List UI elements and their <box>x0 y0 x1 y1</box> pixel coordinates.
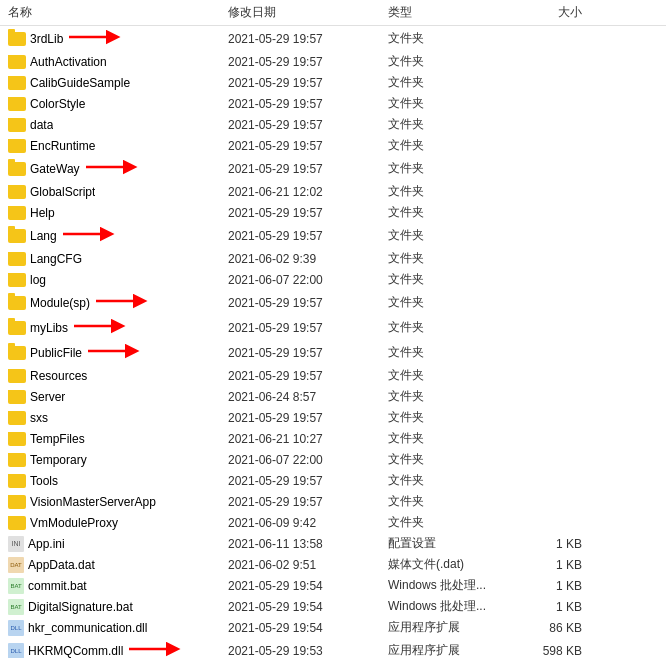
col-header-name[interactable]: 名称 <box>8 4 228 21</box>
cell-type: 文件夹 <box>388 319 518 336</box>
table-row[interactable]: AuthActivation2021-05-29 19:57文件夹 <box>0 51 666 72</box>
file-name-text: sxs <box>30 411 48 425</box>
col-header-size[interactable]: 大小 <box>518 4 598 21</box>
folder-icon <box>8 97 26 111</box>
cell-name: myLibs <box>8 317 228 338</box>
table-row[interactable]: CalibGuideSample2021-05-29 19:57文件夹 <box>0 72 666 93</box>
cell-name: Server <box>8 390 228 404</box>
column-headers: 名称 修改日期 类型 大小 <box>0 0 666 26</box>
folder-icon <box>8 139 26 153</box>
cell-type: 文件夹 <box>388 388 518 405</box>
table-row[interactable]: Lang 2021-05-29 19:57文件夹 <box>0 223 666 248</box>
cell-date: 2021-05-29 19:54 <box>228 600 388 614</box>
table-row[interactable]: Server2021-06-24 8:57文件夹 <box>0 386 666 407</box>
table-row[interactable]: TempFiles2021-06-21 10:27文件夹 <box>0 428 666 449</box>
file-list[interactable]: 3rdLib 2021-05-29 19:57文件夹AuthActivation… <box>0 26 666 658</box>
folder-icon <box>8 76 26 90</box>
cell-type: 文件夹 <box>388 30 518 47</box>
file-name-text: GateWay <box>30 162 80 176</box>
col-header-date[interactable]: 修改日期 <box>228 4 388 21</box>
table-row[interactable]: INIApp.ini2021-06-11 13:58配置设置1 KB <box>0 533 666 554</box>
cell-name: Module(sp) <box>8 292 228 313</box>
table-row[interactable]: Temporary2021-06-07 22:00文件夹 <box>0 449 666 470</box>
arrow-svg <box>86 158 141 176</box>
cell-date: 2021-06-11 13:58 <box>228 537 388 551</box>
cell-size: 86 KB <box>518 621 598 635</box>
table-row[interactable]: Resources2021-05-29 19:57文件夹 <box>0 365 666 386</box>
red-arrow-icon <box>74 317 129 338</box>
red-arrow-icon <box>96 292 151 313</box>
table-row[interactable]: data2021-05-29 19:57文件夹 <box>0 114 666 135</box>
file-name-text: EncRuntime <box>30 139 95 153</box>
cell-type: 文件夹 <box>388 74 518 91</box>
cell-type: 文件夹 <box>388 344 518 361</box>
folder-icon <box>8 453 26 467</box>
cell-date: 2021-05-29 19:57 <box>228 229 388 243</box>
file-name-text: commit.bat <box>28 579 87 593</box>
table-row[interactable]: sxs2021-05-29 19:57文件夹 <box>0 407 666 428</box>
cell-type: 文件夹 <box>388 430 518 447</box>
table-row[interactable]: Module(sp) 2021-05-29 19:57文件夹 <box>0 290 666 315</box>
cell-type: 文件夹 <box>388 451 518 468</box>
cell-size: 1 KB <box>518 558 598 572</box>
table-row[interactable]: EncRuntime2021-05-29 19:57文件夹 <box>0 135 666 156</box>
folder-icon <box>8 432 26 446</box>
cell-type: 应用程序扩展 <box>388 619 518 636</box>
cell-size: 1 KB <box>518 600 598 614</box>
cell-type: 文件夹 <box>388 53 518 70</box>
folder-icon <box>8 495 26 509</box>
red-arrow-icon <box>86 158 141 179</box>
cell-date: 2021-06-21 10:27 <box>228 432 388 446</box>
file-name-text: Server <box>30 390 65 404</box>
dll-icon: DLL <box>8 620 24 636</box>
dll-icon: DLL <box>8 643 24 659</box>
col-header-type[interactable]: 类型 <box>388 4 518 21</box>
file-name-text: AppData.dat <box>28 558 95 572</box>
table-row[interactable]: ColorStyle2021-05-29 19:57文件夹 <box>0 93 666 114</box>
table-row[interactable]: myLibs 2021-05-29 19:57文件夹 <box>0 315 666 340</box>
cell-date: 2021-05-29 19:57 <box>228 411 388 425</box>
cell-name: GateWay <box>8 158 228 179</box>
file-name-text: CalibGuideSample <box>30 76 130 90</box>
cell-date: 2021-05-29 19:57 <box>228 369 388 383</box>
arrow-svg <box>74 317 129 335</box>
table-row[interactable]: Help2021-05-29 19:57文件夹 <box>0 202 666 223</box>
table-row[interactable]: GlobalScript2021-06-21 12:02文件夹 <box>0 181 666 202</box>
file-name-text: GlobalScript <box>30 185 95 199</box>
table-row[interactable]: GateWay 2021-05-29 19:57文件夹 <box>0 156 666 181</box>
table-row[interactable]: VmModuleProxy2021-06-09 9:42文件夹 <box>0 512 666 533</box>
cell-type: 文件夹 <box>388 137 518 154</box>
file-name-text: DigitalSignature.bat <box>28 600 133 614</box>
red-arrow-icon <box>88 342 143 363</box>
folder-icon <box>8 118 26 132</box>
table-row[interactable]: Tools2021-05-29 19:57文件夹 <box>0 470 666 491</box>
folder-icon <box>8 229 26 243</box>
cell-type: 文件夹 <box>388 95 518 112</box>
table-row[interactable]: BATDigitalSignature.bat2021-05-29 19:54W… <box>0 596 666 617</box>
file-icon: INI <box>8 536 24 552</box>
cell-type: 文件夹 <box>388 183 518 200</box>
table-row[interactable]: PublicFile 2021-05-29 19:57文件夹 <box>0 340 666 365</box>
table-row[interactable]: log2021-06-07 22:00文件夹 <box>0 269 666 290</box>
folder-icon <box>8 474 26 488</box>
table-row[interactable]: LangCFG2021-06-02 9:39文件夹 <box>0 248 666 269</box>
cell-name: EncRuntime <box>8 139 228 153</box>
cell-name: log <box>8 273 228 287</box>
table-row[interactable]: BATcommit.bat2021-05-29 19:54Windows 批处理… <box>0 575 666 596</box>
file-name-text: Help <box>30 206 55 220</box>
cell-type: 文件夹 <box>388 367 518 384</box>
cell-type: 文件夹 <box>388 493 518 510</box>
file-name-text: Temporary <box>30 453 87 467</box>
table-row[interactable]: DLLHKRMQComm.dll 2021-05-29 19:53应用程序扩展5… <box>0 638 666 658</box>
cell-date: 2021-06-02 9:39 <box>228 252 388 266</box>
folder-icon <box>8 390 26 404</box>
cell-date: 2021-05-29 19:54 <box>228 579 388 593</box>
table-row[interactable]: DLLhkr_communication.dll2021-05-29 19:54… <box>0 617 666 638</box>
file-name-text: ColorStyle <box>30 97 85 111</box>
table-row[interactable]: VisionMasterServerApp2021-05-29 19:57文件夹 <box>0 491 666 512</box>
table-row[interactable]: DATAppData.dat2021-06-02 9:51媒体文件(.dat)1… <box>0 554 666 575</box>
arrow-svg <box>63 225 118 243</box>
cell-date: 2021-05-29 19:54 <box>228 621 388 635</box>
table-row[interactable]: 3rdLib 2021-05-29 19:57文件夹 <box>0 26 666 51</box>
arrow-svg <box>129 640 184 658</box>
